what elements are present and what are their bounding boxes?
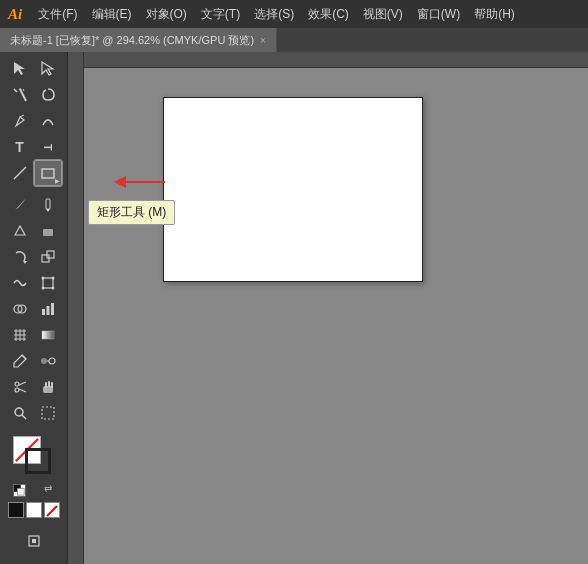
selection-tool[interactable] [6, 56, 34, 82]
svg-rect-24 [51, 303, 54, 315]
scale-tool[interactable] [34, 244, 62, 270]
toolbar-row-1 [0, 56, 67, 82]
svg-rect-43 [51, 382, 53, 388]
rectangle-tool[interactable]: ▶ [34, 160, 62, 186]
svg-point-33 [41, 358, 47, 364]
pencil-tool[interactable] [34, 192, 62, 218]
menu-edit[interactable]: 编辑(E) [86, 4, 138, 25]
change-screen-mode[interactable] [20, 528, 48, 554]
line-tool[interactable] [6, 160, 34, 186]
svg-rect-42 [48, 381, 50, 387]
artboard [163, 97, 423, 282]
svg-rect-31 [42, 331, 54, 339]
svg-rect-22 [42, 309, 45, 315]
none-swatch[interactable] [44, 502, 60, 518]
reset-colors-button[interactable] [13, 484, 26, 497]
horizontal-ruler [68, 52, 588, 68]
mesh-tool[interactable] [6, 322, 34, 348]
svg-rect-51 [32, 539, 36, 543]
svg-line-32 [22, 355, 26, 359]
free-transform-tool[interactable] [34, 270, 62, 296]
svg-line-39 [19, 389, 26, 392]
toolbar-row-10 [0, 296, 67, 322]
direct-selection-tool[interactable] [34, 56, 62, 82]
svg-point-36 [15, 382, 19, 386]
toolbar-row-14 [0, 400, 67, 426]
svg-line-3 [14, 89, 17, 92]
zoom-tool[interactable] [6, 400, 34, 426]
scissors-tool[interactable] [6, 374, 34, 400]
vertical-type-tool[interactable]: T [34, 134, 62, 160]
svg-rect-49 [17, 488, 24, 495]
toolbar-row-9 [0, 270, 67, 296]
svg-marker-10 [46, 209, 50, 212]
tab-title: 未标题-1 [已恢复]* @ 294.62% (CMYK/GPU 预览) [10, 33, 254, 48]
rotate-tool[interactable] [6, 244, 34, 270]
type-tool[interactable]: T [6, 134, 34, 160]
app-logo: Ai [8, 6, 22, 23]
paintbrush-tool[interactable] [6, 192, 34, 218]
menu-effect[interactable]: 效果(C) [302, 4, 355, 25]
toolbar-row-12 [0, 348, 67, 374]
red-arrow [110, 167, 170, 200]
svg-line-38 [19, 382, 26, 385]
menu-view[interactable]: 视图(V) [357, 4, 409, 25]
blend-tool[interactable] [34, 348, 62, 374]
bwn-row [8, 502, 60, 518]
svg-rect-23 [46, 306, 49, 315]
toolbar: T T ▶ [0, 52, 68, 564]
svg-point-19 [51, 287, 54, 290]
main-area: T T ▶ [0, 52, 588, 564]
title-bar: Ai 文件(F) 编辑(E) 对象(O) 文字(T) 选择(S) 效果(C) 视… [0, 0, 588, 28]
hand-tool[interactable] [34, 374, 62, 400]
toolbar-row-8 [0, 244, 67, 270]
white-swatch[interactable] [26, 502, 42, 518]
color-area: ⇄ [8, 436, 60, 518]
svg-rect-8 [42, 169, 54, 178]
tab-bar: 未标题-1 [已恢复]* @ 294.62% (CMYK/GPU 预览) × [0, 28, 588, 52]
magic-wand-tool[interactable] [6, 82, 34, 108]
canvas-area: 矩形工具 (M) [68, 52, 588, 564]
eyedropper-tool[interactable] [6, 348, 34, 374]
toolbar-row-3 [0, 108, 67, 134]
svg-point-18 [41, 287, 44, 290]
black-swatch[interactable] [8, 502, 24, 518]
tab-close-button[interactable]: × [260, 35, 266, 46]
menu-help[interactable]: 帮助(H) [468, 4, 521, 25]
toolbar-row-bottom [0, 528, 67, 554]
stroke-box[interactable] [25, 448, 51, 474]
vertical-ruler [68, 52, 84, 564]
toolbar-row-11 [0, 322, 67, 348]
svg-point-44 [15, 408, 23, 416]
toolbar-more[interactable]: ... [26, 558, 41, 564]
eraser-tool[interactable] [34, 218, 62, 244]
svg-rect-9 [46, 199, 50, 209]
svg-rect-46 [42, 407, 54, 419]
menu-text[interactable]: 文字(T) [195, 4, 246, 25]
shaper-tool[interactable] [6, 218, 34, 244]
gradient-tool[interactable] [34, 322, 62, 348]
pen-tool[interactable] [6, 108, 34, 134]
document-tab[interactable]: 未标题-1 [已恢复]* @ 294.62% (CMYK/GPU 预览) × [0, 28, 277, 52]
svg-marker-12 [23, 261, 27, 264]
svg-line-6 [20, 115, 24, 117]
toolbar-row-5: ▶ [0, 160, 67, 186]
menu-select[interactable]: 选择(S) [248, 4, 300, 25]
shape-builder-tool[interactable] [6, 296, 34, 322]
swap-colors-button[interactable]: ⇄ [42, 482, 55, 495]
svg-marker-1 [42, 62, 53, 75]
svg-rect-41 [45, 382, 47, 388]
curvature-tool[interactable] [34, 108, 62, 134]
menu-file[interactable]: 文件(F) [32, 4, 83, 25]
artboard-tool[interactable] [34, 400, 62, 426]
menu-object[interactable]: 对象(O) [140, 4, 193, 25]
svg-line-7 [14, 167, 26, 179]
svg-point-17 [51, 277, 54, 280]
svg-point-37 [15, 388, 19, 392]
lasso-tool[interactable] [34, 82, 62, 108]
svg-line-5 [23, 89, 24, 91]
graph-tool[interactable] [34, 296, 62, 322]
menu-window[interactable]: 窗口(W) [411, 4, 466, 25]
toolbar-row-6 [0, 192, 67, 218]
warp-tool[interactable] [6, 270, 34, 296]
